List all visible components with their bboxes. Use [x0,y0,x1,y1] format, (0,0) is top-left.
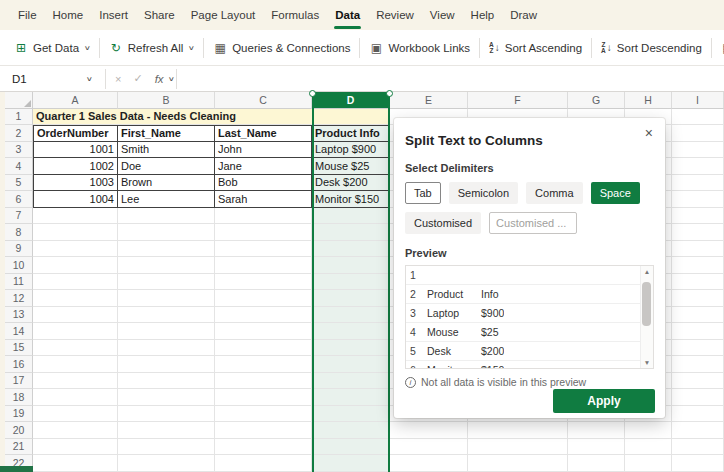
cell-I14[interactable] [672,323,724,340]
cell-B11[interactable] [118,274,215,291]
scrollbar-thumb[interactable] [642,282,651,326]
cell-D9[interactable] [312,241,390,258]
row-header-16[interactable]: 16 [5,356,33,373]
cell-I10[interactable] [672,257,724,274]
fx-icon[interactable]: fx [149,73,168,85]
cell-A11[interactable] [33,274,118,291]
row-header-8[interactable]: 8 [5,224,33,241]
row-header-3[interactable]: 3 [5,142,33,159]
cell-C11[interactable] [215,274,312,291]
cell-A15[interactable] [33,340,118,357]
cell-I15[interactable] [672,340,724,357]
cell-I11[interactable] [672,274,724,291]
refresh-all-button[interactable]: ↻ Refresh All ∨ [103,35,200,61]
cell-I2[interactable] [672,125,724,142]
get-data-button[interactable]: ⊞ Get Data ∨ [8,35,96,61]
cell-B14[interactable] [118,323,215,340]
cell-I5[interactable] [672,175,724,192]
cell-E20[interactable] [390,422,468,439]
cell-A10[interactable] [33,257,118,274]
menu-item-home[interactable]: Home [45,4,92,26]
cell-D17[interactable] [312,373,390,390]
cell-D12[interactable] [312,290,390,307]
cell-A16[interactable] [33,356,118,373]
enter-icon[interactable]: ✓ [127,72,148,85]
cell-A20[interactable] [33,422,118,439]
cell-C13[interactable] [215,307,312,324]
row-header-7[interactable]: 7 [5,208,33,225]
cell-D13[interactable] [312,307,390,324]
scroll-up-icon[interactable]: ▲ [644,268,650,275]
cell-I12[interactable] [672,290,724,307]
row-header-10[interactable]: 10 [5,257,33,274]
cell-D14[interactable] [312,323,390,340]
row-header-12[interactable]: 12 [5,290,33,307]
column-header-G[interactable]: G [568,92,625,109]
cell-I20[interactable] [672,422,724,439]
cell-D5[interactable]: Desk $200 [312,175,390,192]
cell-C7[interactable] [215,208,312,225]
cell-D22[interactable] [312,455,390,472]
cell-A13[interactable] [33,307,118,324]
column-header-A[interactable]: A [33,92,118,109]
column-header-B[interactable]: B [118,92,215,109]
cell-C19[interactable] [215,406,312,423]
cell-B15[interactable] [118,340,215,357]
cell-F20[interactable] [468,422,568,439]
cell-I6[interactable] [672,191,724,208]
cell-D10[interactable] [312,257,390,274]
cell-I19[interactable] [672,406,724,423]
cell-B10[interactable] [118,257,215,274]
cell-A12[interactable] [33,290,118,307]
cell-B19[interactable] [118,406,215,423]
cell-H20[interactable] [625,422,672,439]
cell-I3[interactable] [672,142,724,159]
cell-I4[interactable] [672,158,724,175]
cell-A9[interactable] [33,241,118,258]
cell-I16[interactable] [672,356,724,373]
cell-A6[interactable]: 1004 [33,191,118,208]
menu-item-share[interactable]: Share [136,4,183,26]
cell-D8[interactable] [312,224,390,241]
cell-G20[interactable] [568,422,625,439]
row-header-14[interactable]: 14 [5,323,33,340]
cell-A7[interactable] [33,208,118,225]
cell-I1[interactable] [672,109,724,126]
cell-D16[interactable] [312,356,390,373]
cell-A18[interactable] [33,389,118,406]
row-header-5[interactable]: 5 [5,175,33,192]
cell-A2[interactable]: OrderNumber [33,125,118,142]
cell-C14[interactable] [215,323,312,340]
cell-C20[interactable] [215,422,312,439]
cell-B9[interactable] [118,241,215,258]
menu-item-formulas[interactable]: Formulas [263,4,327,26]
cell-F22[interactable] [468,455,568,472]
cell-D21[interactable] [312,439,390,456]
cell-B3[interactable]: Smith [118,142,215,159]
cell-A4[interactable]: 1002 [33,158,118,175]
sort-ascending-button[interactable]: AZ ↓ Sort Ascending [483,36,588,60]
menu-item-page-layout[interactable]: Page Layout [183,4,264,26]
cell-D18[interactable] [312,389,390,406]
cell-C18[interactable] [215,389,312,406]
customised-button[interactable]: Customised [405,212,481,234]
cell-B13[interactable] [118,307,215,324]
row-header-4[interactable]: 4 [5,158,33,175]
cell-B18[interactable] [118,389,215,406]
cell-I13[interactable] [672,307,724,324]
custom-sort-button[interactable]: ▤ Cu [715,35,724,61]
cell-B8[interactable] [118,224,215,241]
cell-H22[interactable] [625,455,672,472]
cell-D7[interactable] [312,208,390,225]
cell-A22[interactable] [33,455,118,472]
cell-D2[interactable]: Product Info [312,125,390,142]
column-header-D[interactable]: D [312,92,390,109]
cell-D11[interactable] [312,274,390,291]
customised-input[interactable] [489,212,577,234]
close-icon[interactable]: × [640,123,658,143]
cell-I22[interactable] [672,455,724,472]
cell-D6[interactable]: Monitor $150 [312,191,390,208]
menu-item-file[interactable]: File [10,4,45,26]
cell-C16[interactable] [215,356,312,373]
queries-connections-button[interactable]: ▦ Queries & Connections [207,35,356,61]
